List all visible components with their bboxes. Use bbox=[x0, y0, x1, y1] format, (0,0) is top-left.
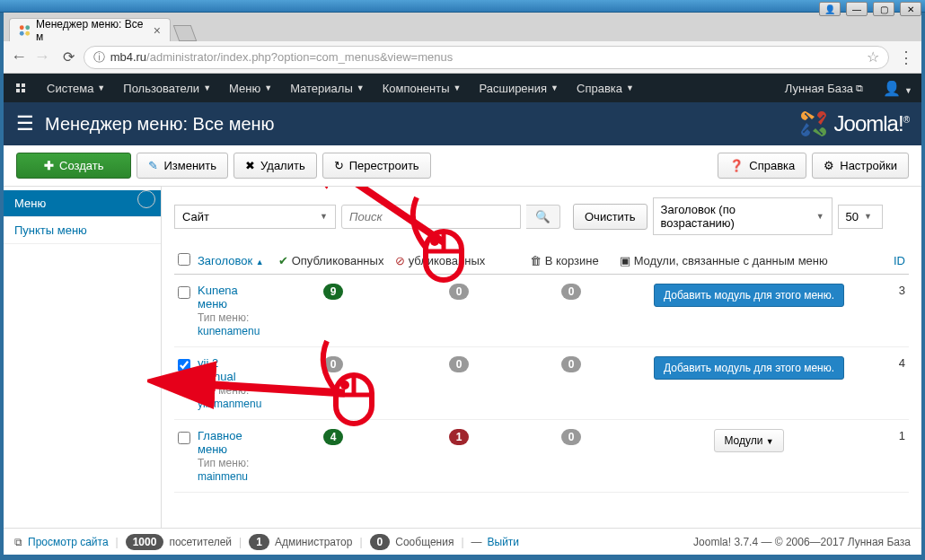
menutype-label: Тип меню: bbox=[198, 384, 249, 397]
sidebar: ⊖ Меню Пункты меню bbox=[4, 187, 162, 528]
menubar-item-users[interactable]: Пользователи▼ bbox=[114, 74, 220, 102]
add-module-button[interactable]: Добавить модуль для этого меню. bbox=[654, 284, 844, 307]
window-user-icon[interactable]: 👤 bbox=[819, 2, 841, 16]
row-checkbox[interactable] bbox=[178, 286, 190, 299]
menutype-label: Тип меню: bbox=[198, 457, 249, 469]
refresh-icon: ↻ bbox=[334, 159, 344, 172]
sidebar-collapse-icon[interactable]: ⊖ bbox=[137, 190, 155, 208]
row-checkbox[interactable] bbox=[178, 359, 190, 372]
rebuild-button[interactable]: ↻Перестроить bbox=[322, 153, 431, 179]
col-title[interactable]: Заголовок bbox=[198, 254, 252, 267]
unpublished-badge[interactable]: 0 bbox=[449, 284, 470, 300]
trashed-badge[interactable]: 0 bbox=[561, 356, 582, 372]
delete-button[interactable]: ✖Удалить bbox=[233, 153, 317, 179]
browser-addressbar: ← → ⟳ ⓘ mb4.ru/administrator/index.php?o… bbox=[4, 41, 921, 74]
options-button[interactable]: ⚙Настройки bbox=[812, 153, 909, 179]
svg-point-2 bbox=[20, 31, 24, 35]
sidebar-item-menus[interactable]: Меню bbox=[4, 190, 161, 217]
sort-asc-icon: ▲ bbox=[256, 258, 264, 267]
add-module-button[interactable]: Добавить модуль для этого меню. bbox=[654, 356, 844, 380]
menubar-item-menus[interactable]: Меню▼ bbox=[220, 74, 281, 102]
edit-button[interactable]: ✎Изменить bbox=[137, 153, 228, 179]
filter-bar: Сайт▼ 🔍 Очистить Заголовок (по возрастан… bbox=[174, 197, 909, 235]
table-row: yii 2 Manual Тип меню: yii2manmenu 0 0 0… bbox=[174, 347, 909, 420]
admin-footer: ⧉ Просмотр сайта | 1000 посетителей | 1 … bbox=[4, 528, 921, 555]
window-close-button[interactable]: ✕ bbox=[900, 2, 921, 16]
menubar-item-components[interactable]: Компоненты▼ bbox=[374, 74, 471, 102]
view-site-link[interactable]: Просмотр сайта bbox=[28, 536, 109, 548]
logout-icon: — bbox=[471, 536, 482, 548]
bookmark-icon[interactable]: ☆ bbox=[867, 48, 879, 66]
check-icon: ✔ bbox=[278, 254, 288, 267]
published-badge[interactable]: 0 bbox=[323, 356, 344, 372]
visitors-label: посетителей bbox=[169, 536, 232, 548]
plus-icon: ✚ bbox=[44, 159, 54, 172]
site-name-link[interactable]: Лунная База⧉ bbox=[776, 74, 872, 102]
page-title: Менеджер меню: Все меню bbox=[45, 114, 275, 135]
menubar-item-help[interactable]: Справка▼ bbox=[568, 74, 643, 102]
pencil-icon: ✎ bbox=[148, 159, 158, 172]
browser-tab[interactable]: Менеджер меню: Все м × bbox=[9, 18, 171, 41]
admin-label: Администратор bbox=[275, 536, 353, 548]
svg-point-0 bbox=[20, 25, 24, 30]
menutype-link[interactable]: kunenamenu bbox=[198, 325, 260, 337]
limit-select[interactable]: 50▼ bbox=[838, 205, 883, 229]
menu-title-link[interactable]: меню bbox=[198, 297, 227, 311]
external-link-icon: ⧉ bbox=[856, 83, 863, 94]
sidebar-item-menu-items[interactable]: Пункты меню bbox=[4, 217, 161, 244]
search-input[interactable] bbox=[341, 205, 521, 229]
logout-link[interactable]: Выйти bbox=[488, 536, 520, 548]
unpublished-badge[interactable]: 0 bbox=[449, 356, 470, 372]
footer-version: Joomla! 3.7.4 — © 2006—2017 Лунная База bbox=[693, 536, 911, 548]
modules-dropdown[interactable]: Модули ▼ bbox=[714, 429, 783, 452]
x-circle-icon: ⊘ bbox=[395, 254, 405, 267]
menutype-link[interactable]: mainmenu bbox=[198, 470, 248, 483]
menu-title-link[interactable]: Kunena bbox=[198, 284, 238, 297]
menu-title-link[interactable]: Главное bbox=[198, 429, 242, 442]
messages-label: Сообщения bbox=[395, 536, 454, 548]
joomla-logo-icon bbox=[798, 109, 829, 139]
table-row: Kunena меню Тип меню: kunenamenu 9 0 0 Д… bbox=[174, 275, 909, 347]
refresh-icon[interactable]: ⟳ bbox=[63, 48, 75, 66]
clear-button[interactable]: Очистить bbox=[573, 204, 648, 230]
browser-menu-icon[interactable]: ⋮ bbox=[898, 48, 914, 67]
window-maximize-button[interactable]: ▢ bbox=[873, 2, 894, 16]
published-badge[interactable]: 9 bbox=[323, 284, 344, 300]
nav-back-icon[interactable]: ← bbox=[11, 48, 27, 66]
row-checkbox[interactable] bbox=[178, 432, 190, 444]
row-id: 4 bbox=[882, 347, 909, 420]
menu-title-link[interactable]: Manual bbox=[198, 370, 236, 383]
menutype-link[interactable]: yii2manmenu bbox=[198, 398, 261, 410]
menubar-item-content[interactable]: Материалы▼ bbox=[281, 74, 374, 102]
help-button[interactable]: ❓Справка bbox=[718, 153, 806, 179]
row-id: 3 bbox=[882, 275, 909, 347]
tab-close-icon[interactable]: × bbox=[154, 23, 161, 38]
window-minimize-button[interactable]: — bbox=[846, 2, 868, 16]
svg-point-3 bbox=[25, 31, 30, 35]
row-id: 1 bbox=[882, 420, 909, 493]
client-select[interactable]: Сайт▼ bbox=[174, 205, 336, 229]
user-menu-icon[interactable]: 👤▼ bbox=[883, 80, 912, 97]
published-badge[interactable]: 4 bbox=[323, 429, 344, 445]
menu-title-link[interactable]: yii 2 bbox=[198, 356, 218, 370]
unpublished-badge[interactable]: 1 bbox=[449, 429, 470, 445]
trashed-badge[interactable]: 0 bbox=[561, 284, 582, 300]
menu-title-link[interactable]: меню bbox=[198, 442, 227, 456]
main-content: Сайт▼ 🔍 Очистить Заголовок (по возрастан… bbox=[162, 187, 921, 528]
nav-forward-icon[interactable]: → bbox=[34, 48, 50, 66]
checkall-checkbox[interactable] bbox=[178, 253, 190, 266]
site-info-icon[interactable]: ⓘ bbox=[93, 49, 105, 66]
admin-badge: 1 bbox=[249, 534, 269, 550]
url-input[interactable]: ⓘ mb4.ru/administrator/index.php?option=… bbox=[84, 46, 889, 69]
menubar-item-extensions[interactable]: Расширения▼ bbox=[470, 74, 568, 102]
sort-select[interactable]: Заголовок (по возрастанию)▼ bbox=[653, 197, 832, 235]
joomla-favicon-icon bbox=[19, 24, 31, 37]
action-toolbar: ✚Создать ✎Изменить ✖Удалить ↻Перестроить… bbox=[4, 145, 921, 187]
create-button[interactable]: ✚Создать bbox=[16, 153, 131, 179]
new-tab-button[interactable] bbox=[173, 25, 198, 41]
menubar-item-system[interactable]: Система▼ bbox=[38, 74, 114, 102]
search-button[interactable]: 🔍 bbox=[526, 205, 560, 229]
trashed-badge[interactable]: 0 bbox=[561, 429, 582, 445]
col-unpublished: убликованных bbox=[409, 254, 486, 267]
col-id[interactable]: ID bbox=[894, 254, 905, 267]
